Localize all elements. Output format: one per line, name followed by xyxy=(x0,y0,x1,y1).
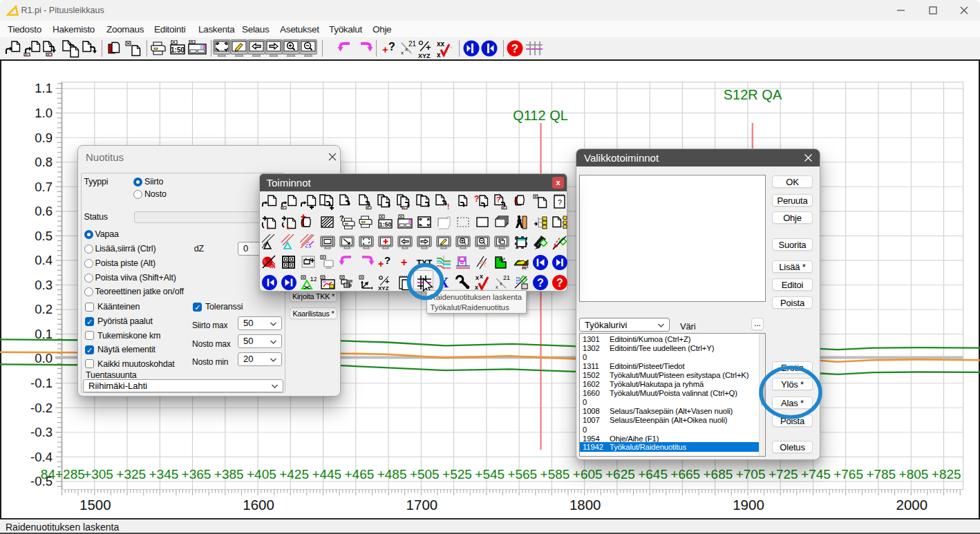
svg-text:+425: +425 xyxy=(279,467,309,481)
svg-text:+: + xyxy=(382,44,388,55)
svg-text:1600: 1600 xyxy=(243,497,274,513)
svg-text:+545: +545 xyxy=(475,467,505,481)
svg-text:0.7: 0.7 xyxy=(35,180,53,194)
svg-text:+405: +405 xyxy=(247,467,276,481)
svg-text:+705: +705 xyxy=(736,467,766,481)
svg-text:0.0: 0.0 xyxy=(35,351,53,365)
svg-text:+585: +585 xyxy=(540,467,570,481)
svg-text:+645: +645 xyxy=(638,467,668,481)
svg-text:+445: +445 xyxy=(312,467,341,481)
svg-text:+765: +765 xyxy=(833,467,863,481)
svg-text:-0.4: -0.4 xyxy=(30,450,53,464)
svg-text:-0.1: -0.1 xyxy=(30,376,53,390)
svg-text:?: ? xyxy=(384,254,390,266)
svg-text:1500: 1500 xyxy=(79,497,111,513)
svg-text:21: 21 xyxy=(408,40,416,48)
svg-text:?: ? xyxy=(388,41,395,53)
svg-text:0.6: 0.6 xyxy=(35,204,53,218)
svg-text:12: 12 xyxy=(310,275,317,283)
svg-text:+385: +385 xyxy=(214,467,244,481)
svg-text:1:50: 1:50 xyxy=(379,220,392,227)
svg-text:-0.2: -0.2 xyxy=(30,401,53,415)
svg-text:1:50: 1:50 xyxy=(171,46,185,54)
svg-text:0.2: 0.2 xyxy=(35,302,53,316)
svg-text:x: x xyxy=(500,281,502,286)
svg-text:?: ? xyxy=(474,194,479,204)
svg-text:0.3: 0.3 xyxy=(35,278,53,292)
svg-text:+605: +605 xyxy=(573,467,603,481)
svg-text:+505: +505 xyxy=(410,467,440,481)
svg-text:?: ? xyxy=(511,42,518,55)
svg-text:x: x xyxy=(437,51,441,59)
svg-text:+325: +325 xyxy=(116,467,146,481)
svg-text:+: + xyxy=(385,277,389,285)
svg-text:+725: +725 xyxy=(769,467,798,481)
svg-text:m³: m³ xyxy=(522,265,529,271)
svg-text:1.1: 1.1 xyxy=(35,81,53,95)
svg-text:-0.3: -0.3 xyxy=(30,425,53,439)
svg-text:+625: +625 xyxy=(605,467,635,481)
svg-text:+565: +565 xyxy=(507,467,537,481)
svg-text:x: x xyxy=(405,46,408,53)
svg-text:!: ! xyxy=(447,203,449,210)
svg-text:S12R QA: S12R QA xyxy=(724,87,782,102)
svg-text:2000: 2000 xyxy=(896,497,927,513)
svg-text:0.5: 0.5 xyxy=(35,229,53,243)
svg-text:x: x xyxy=(480,274,483,280)
svg-text:+305: +305 xyxy=(84,467,113,481)
svg-text:0.9: 0.9 xyxy=(35,131,53,145)
svg-text:?: ? xyxy=(496,196,500,204)
svg-text:?: ? xyxy=(537,277,544,289)
svg-text:+685: +685 xyxy=(704,467,733,481)
svg-text:1800: 1800 xyxy=(569,497,601,513)
svg-text:21: 21 xyxy=(503,274,510,281)
svg-text:84+285: 84+285 xyxy=(41,467,85,481)
svg-text:+745: +745 xyxy=(801,467,831,481)
svg-text:+805: +805 xyxy=(899,467,929,481)
svg-text:+345: +345 xyxy=(149,467,179,481)
svg-text:+485: +485 xyxy=(377,467,407,481)
svg-text:+: + xyxy=(378,258,384,269)
svg-text:+785: +785 xyxy=(866,467,896,481)
svg-text:+465: +465 xyxy=(345,467,375,481)
svg-text:?: ? xyxy=(558,198,562,207)
svg-text:+: + xyxy=(426,42,431,53)
svg-text:XYZ: XYZ xyxy=(378,285,389,291)
svg-text:JR.: JR. xyxy=(478,259,489,269)
svg-text:+525: +525 xyxy=(442,467,472,481)
svg-text:+665: +665 xyxy=(670,467,700,481)
svg-text:xx: xx xyxy=(437,40,445,48)
svg-text:m²: m² xyxy=(499,257,505,262)
svg-text:x: x xyxy=(401,50,404,56)
svg-text:+365: +365 xyxy=(182,467,211,481)
svg-text:+825: +825 xyxy=(932,467,961,481)
svg-text:1700: 1700 xyxy=(406,497,438,513)
svg-text:1.0: 1.0 xyxy=(35,106,53,120)
svg-text:x: x xyxy=(475,274,479,281)
svg-text:Q112 QL: Q112 QL xyxy=(513,108,568,123)
svg-text:1900: 1900 xyxy=(733,497,764,513)
svg-text:0.8: 0.8 xyxy=(35,155,53,169)
svg-text:XYZ: XYZ xyxy=(418,53,431,59)
svg-text:0.4: 0.4 xyxy=(35,253,53,267)
svg-text:?: ? xyxy=(557,277,564,289)
svg-text:x: x xyxy=(496,285,498,289)
